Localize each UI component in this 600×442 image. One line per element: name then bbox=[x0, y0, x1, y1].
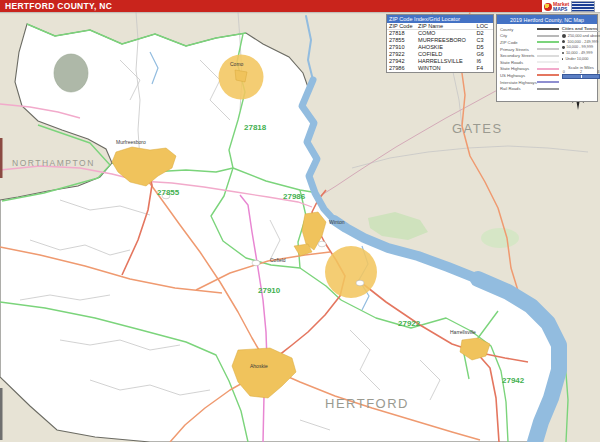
table-row: 27855MURFREESBOROC3 bbox=[387, 37, 493, 44]
legend-line-sample bbox=[537, 41, 559, 43]
city-dot bbox=[562, 40, 565, 43]
zip-code-label: 27922 bbox=[398, 319, 421, 328]
legend-header: 2019 Hertford County, NC Map bbox=[497, 15, 597, 24]
town-label: Como bbox=[230, 61, 244, 67]
legend-cities-column: Cities and Towns 250,000 and above 100,0… bbox=[562, 26, 600, 92]
town-label: Ahoskie bbox=[250, 363, 268, 369]
legend-item: State Highways bbox=[500, 66, 559, 73]
city-dot bbox=[562, 58, 564, 60]
neighbor-county-label: NORTHAMPTON bbox=[12, 158, 95, 168]
table-row: 27910AHOSKIED5 bbox=[387, 44, 493, 51]
legend-line-sample bbox=[537, 55, 559, 57]
city-dot bbox=[562, 52, 564, 54]
legend-item: US Highways bbox=[500, 72, 559, 79]
map-poster: HERTFORD COUNTY, NC Market MAPS bbox=[0, 0, 600, 442]
legend-line-items: County City ZIP Code Primary Streets Sec… bbox=[500, 26, 559, 92]
legend-item: Primary Streets bbox=[500, 46, 559, 53]
legend-city-item: Under 10,000 bbox=[562, 56, 600, 62]
zip-table-header: ZIP Code Index/Grid Locator bbox=[387, 15, 493, 23]
legend-line-sample bbox=[537, 61, 559, 63]
legend-item: County bbox=[500, 26, 559, 33]
scale-bar bbox=[562, 74, 600, 79]
table-row: 27818COMOD2 bbox=[387, 30, 493, 38]
legend-item: Interstate Highways bbox=[500, 79, 559, 86]
legend-item: State Roads bbox=[500, 59, 559, 66]
legend-line-sample bbox=[537, 81, 559, 83]
cities-header: Cities and Towns bbox=[562, 26, 600, 32]
map-edge-mark bbox=[0, 138, 3, 178]
zip-code-label: 27986 bbox=[283, 192, 306, 201]
logo-wordmark: Market MAPS bbox=[553, 2, 569, 12]
county-name-label: HERTFORD bbox=[325, 396, 409, 411]
legend-line-sample bbox=[537, 35, 559, 37]
page-title: HERTFORD COUNTY, NC bbox=[5, 1, 112, 11]
logo-contact-panel bbox=[571, 1, 595, 12]
table-row: 27986WINTONF4 bbox=[387, 65, 493, 72]
legend-line-sample bbox=[537, 28, 559, 30]
table-row: 27922COFIELDG6 bbox=[387, 51, 493, 58]
legend-line-sample bbox=[537, 68, 559, 70]
zip-code-label: 27942 bbox=[502, 376, 525, 385]
legend-item: ZIP Code bbox=[500, 39, 559, 46]
zip-code-label: 27910 bbox=[258, 286, 281, 295]
zip-index-table: ZIP Code Index/Grid Locator ZIP Code ZIP… bbox=[386, 14, 494, 73]
zip-table-column-row: ZIP Code ZIP Name LOC bbox=[387, 23, 493, 30]
map-edge-mark bbox=[0, 388, 3, 440]
city-circle-marker bbox=[325, 246, 377, 298]
forest-patch bbox=[481, 228, 519, 248]
legend-line-sample bbox=[537, 74, 559, 76]
zip-code-label: 27818 bbox=[244, 123, 267, 132]
logo-burst-icon bbox=[544, 3, 552, 11]
legend-item: Rail Roads bbox=[500, 85, 559, 92]
map-legend: 2019 Hertford County, NC Map County City… bbox=[496, 14, 598, 102]
town-label: Cofield bbox=[270, 257, 286, 263]
table-row: 27942HARRELLSVILLEI6 bbox=[387, 58, 493, 65]
swamp-patch bbox=[54, 54, 88, 92]
column-header: ZIP Code bbox=[387, 23, 416, 30]
legend-item: Secondary Streets bbox=[500, 52, 559, 59]
town-label: Winton bbox=[329, 219, 345, 225]
legend-line-sample bbox=[537, 48, 559, 50]
zip-code-label: 27855 bbox=[157, 188, 180, 197]
legend-line-sample bbox=[537, 88, 559, 90]
city-dot bbox=[562, 46, 565, 49]
neighbor-county-label: GATES bbox=[452, 121, 503, 136]
map-top-border bbox=[0, 12, 600, 13]
legend-item: City bbox=[500, 33, 559, 40]
town-label: Harrellsville bbox=[450, 329, 476, 335]
town-label: Murfreesboro bbox=[116, 139, 146, 145]
city-dot bbox=[562, 34, 566, 38]
